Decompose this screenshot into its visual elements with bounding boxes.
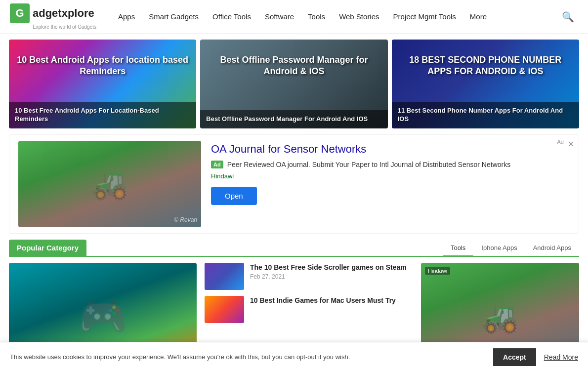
logo-tagline: Explore the world of Gadgets (33, 24, 96, 30)
header: G adgetxplore Explore the world of Gadge… (0, 0, 588, 34)
card-title-3: 11 Best Second Phone Number Apps For And… (398, 107, 573, 124)
nav-office-tools[interactable]: Office Tools (206, 0, 258, 34)
cookie-read-more-button[interactable]: Read More (544, 353, 578, 361)
ad-source: Hindawi (211, 172, 570, 180)
tab-iphone-apps[interactable]: Iphone Apps (473, 240, 525, 256)
nav-apps[interactable]: Apps (111, 0, 142, 34)
logo-link[interactable]: G adgetxplore Explore the world of Gadge… (10, 3, 96, 30)
list-item-2[interactable]: 10 Best Indie Games for Mac Users Must T… (205, 296, 413, 323)
card-inner-label-3: 18 BEST SECOND PHONE NUMBER APPS FOR AND… (392, 54, 579, 78)
tab-tools[interactable]: Tools (443, 240, 473, 256)
ad-open-button[interactable]: Open (211, 187, 257, 205)
card-title-1: 10 Best Free Android Apps For Location-B… (15, 107, 190, 124)
card-inner-label-2: Best Offline Password Manager for Androi… (200, 54, 387, 78)
side-ad-label: Hindawi (425, 267, 450, 275)
search-icon[interactable]: 🔍 (558, 9, 578, 25)
cookie-banner: This website uses cookies to improve you… (0, 342, 588, 372)
nav-tools[interactable]: Tools (301, 0, 332, 34)
popular-list-text-1: The 10 Best Free Side Scroller games on … (250, 263, 413, 280)
nav-smart-gadgets[interactable]: Smart Gadgets (142, 0, 206, 34)
card-title-2: Best Offline Password Manager For Androi… (206, 115, 381, 124)
popular-category-title: Popular Category (9, 240, 86, 256)
nav-project-mgmt[interactable]: Project Mgmt Tools (386, 0, 463, 34)
ad-label-small: Ad (557, 139, 564, 145)
cookie-accept-button[interactable]: Accept (493, 348, 536, 366)
popular-list-text-2: 10 Best Indie Games for Mac Users Must T… (250, 296, 413, 306)
featured-card-2[interactable]: Best Offline Password Manager for Androi… (200, 40, 387, 128)
logo-name: adgetxplore (33, 8, 94, 19)
nav-software[interactable]: Software (258, 0, 301, 34)
main-nav: Apps Smart Gadgets Office Tools Software… (111, 0, 558, 34)
list-item-1[interactable]: The 10 Best Free Side Scroller games on … (205, 263, 413, 290)
cookie-text: This website uses cookies to improve you… (10, 353, 485, 362)
featured-section: 10 Best Android Apps for location based … (0, 34, 588, 134)
popular-list-title-1: The 10 Best Free Side Scroller games on … (250, 263, 413, 272)
featured-card-1[interactable]: 10 Best Android Apps for location based … (9, 40, 196, 128)
ad-section: 🚜 © Revan OA Journal for Sensor Networks… (9, 134, 579, 234)
tab-android-apps[interactable]: Android Apps (525, 240, 579, 256)
popular-list-date-1: Feb 27, 2021 (250, 273, 413, 280)
popular-tabs: Tools Iphone Apps Android Apps (443, 240, 579, 255)
nav-more[interactable]: More (463, 0, 494, 34)
ad-image-overlay: © Revan (174, 216, 197, 223)
ad-close-button[interactable]: ✕ (567, 139, 575, 150)
nav-web-stories[interactable]: Web Stories (332, 0, 386, 34)
ad-description: Peer Reviewed OA journal. Submit Your Pa… (227, 161, 511, 168)
ad-title[interactable]: OA Journal for Sensor Networks (211, 143, 570, 156)
ad-content: OA Journal for Sensor Networks Ad Peer R… (211, 141, 570, 207)
popular-list-title-2: 10 Best Indie Games for Mac Users Must T… (250, 296, 413, 305)
ad-badge-row: Ad Peer Reviewed OA journal. Submit Your… (211, 161, 570, 168)
ad-badge: Ad (211, 161, 223, 168)
card-inner-label-1: 10 Best Android Apps for location based … (9, 54, 196, 78)
featured-card-3[interactable]: 18 BEST SECOND PHONE NUMBER APPS FOR AND… (392, 40, 579, 128)
popular-header: Popular Category Tools Iphone Apps Andro… (9, 240, 579, 257)
ad-image: 🚜 © Revan (18, 141, 201, 227)
logo-icon: G (10, 3, 30, 23)
popular-thumb-1 (205, 263, 244, 290)
popular-thumb-2 (205, 296, 244, 323)
